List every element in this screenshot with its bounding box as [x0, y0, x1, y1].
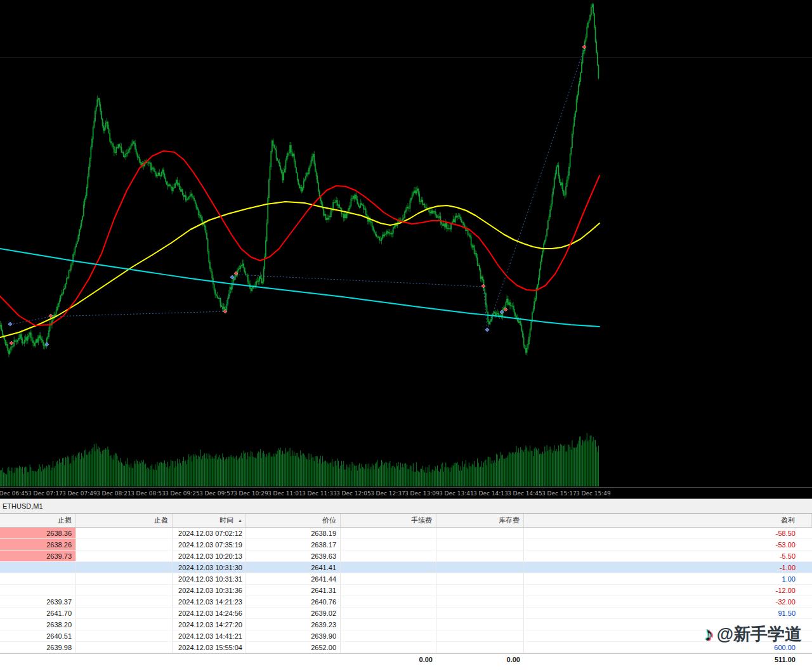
- summary-commission-total: 0.00: [341, 654, 436, 665]
- cell-commission: [341, 539, 436, 550]
- time-axis-label: 3 Dec 15:17: [542, 490, 577, 497]
- header-time[interactable]: 时间 ▲: [173, 514, 246, 527]
- cell-stoploss: [0, 585, 76, 596]
- cell-swap: [436, 562, 524, 573]
- cell-stoploss: 2638.26: [0, 539, 76, 550]
- cell-swap: [436, 585, 524, 596]
- time-axis-label: 3 Dec 15:49: [576, 490, 611, 497]
- cell-takeprofit: [76, 528, 173, 538]
- cell-commission: [341, 630, 436, 641]
- cell-stoploss: 2639.73: [0, 550, 76, 561]
- cell-takeprofit: [76, 619, 173, 630]
- cell-profit: 1.00: [524, 573, 812, 584]
- cell-stoploss: 2638.36: [0, 528, 76, 538]
- cell-time: 2024.12.03 10:31:36: [173, 585, 246, 596]
- cell-swap: [436, 619, 524, 630]
- header-price[interactable]: 价位: [246, 514, 341, 527]
- cell-commission: [341, 562, 436, 573]
- trade-marker-icon[interactable]: [8, 322, 12, 326]
- trade-marker-icon[interactable]: [49, 314, 53, 318]
- cell-time: 2024.12.03 14:21:23: [173, 596, 246, 607]
- cell-swap: [436, 539, 524, 550]
- cell-time: 2024.12.03 14:41:21: [173, 630, 246, 641]
- cell-commission: [341, 619, 436, 630]
- chart-symbol-label: ETHUSD,M1: [3, 502, 43, 510]
- table-row[interactable]: 2638.362024.12.03 07:02:122638.19-58.50: [0, 528, 812, 539]
- time-axis-label: 3 Dec 08:21: [96, 490, 131, 497]
- time-axis-label: 3 Dec 10:29: [233, 490, 268, 497]
- table-row[interactable]: 2641.702024.12.03 14:24:562639.0291.50: [0, 608, 812, 619]
- ma-cyan-line: [0, 249, 599, 327]
- time-axis-label: 3 Dec 09:57: [199, 490, 234, 497]
- cell-profit: 600.00: [524, 642, 812, 653]
- header-profit[interactable]: 盈利: [524, 514, 812, 527]
- time-axis-label: 3 Dec 06:45: [0, 490, 29, 497]
- cell-takeprofit: [76, 539, 173, 550]
- table-row[interactable]: 2638.262024.12.03 07:35:192638.17-53.00: [0, 539, 812, 550]
- time-axis-label: 3 Dec 09:25: [165, 490, 200, 497]
- header-swap[interactable]: 库存费: [436, 514, 524, 527]
- table-row[interactable]: 2024.12.03 10:31:302641.41-1.00: [0, 562, 812, 573]
- trade-trend-line[interactable]: [51, 311, 225, 316]
- table-row[interactable]: 2638.202024.12.03 14:27:202639.23: [0, 619, 812, 630]
- table-row[interactable]: 2640.512024.12.03 14:41:212639.90: [0, 630, 812, 642]
- cell-profit: -32.00: [524, 596, 812, 607]
- cell-swap: [436, 608, 524, 618]
- trade-trend-line[interactable]: [487, 48, 584, 330]
- summary-empty: [0, 654, 76, 665]
- volume-bars: [1, 433, 599, 486]
- header-time-label: 时间: [219, 516, 233, 525]
- history-panel: 止损 止盈 时间 ▲ 价位 手续费 库存费 盈利 2638.362024.12.…: [0, 514, 812, 665]
- cell-takeprofit: [76, 596, 173, 607]
- table-row[interactable]: 2639.732024.12.03 10:20:132639.63-5.50: [0, 550, 812, 562]
- cell-price: 2652.00: [246, 642, 341, 653]
- cell-time: 2024.12.03 10:31:30: [173, 562, 246, 573]
- cell-time: 2024.12.03 14:27:20: [173, 619, 246, 630]
- trade-trend-line[interactable]: [10, 316, 51, 325]
- price-chart-svg[interactable]: 3 Dec 06:453 Dec 07:173 Dec 07:493 Dec 0…: [0, 0, 812, 498]
- time-axis-label: 3 Dec 07:17: [28, 490, 63, 497]
- cell-time: 2024.12.03 07:02:12: [173, 528, 246, 538]
- cell-commission: [341, 642, 436, 653]
- cell-stoploss: 2639.37: [0, 596, 76, 607]
- summary-swap-total: 0.00: [436, 654, 524, 665]
- cell-stoploss: [0, 562, 76, 573]
- summary-empty: [173, 654, 246, 665]
- table-row[interactable]: 2639.372024.12.03 14:21:232640.76-32.00: [0, 596, 812, 608]
- chart-area[interactable]: 3 Dec 06:453 Dec 07:173 Dec 07:493 Dec 0…: [0, 0, 812, 498]
- cell-profit: 91.50: [524, 608, 812, 618]
- table-row[interactable]: 2024.12.03 10:31:312641.441.00: [0, 573, 812, 585]
- cell-stoploss: [0, 573, 76, 584]
- cell-commission: [341, 573, 436, 584]
- cell-swap: [436, 642, 524, 653]
- table-row[interactable]: 2024.12.03 10:31:362641.31-12.00: [0, 585, 812, 596]
- time-axis-label: 3 Dec 11:33: [302, 490, 337, 497]
- cell-commission: [341, 550, 436, 561]
- trade-marker-icon[interactable]: [485, 328, 489, 332]
- trade-marker-icon[interactable]: [582, 45, 586, 49]
- header-commission[interactable]: 手续费: [341, 514, 436, 527]
- header-takeprofit[interactable]: 止盈: [76, 514, 173, 527]
- cell-takeprofit: [76, 608, 173, 618]
- sort-ascending-icon: ▲: [238, 518, 242, 523]
- cell-price: 2641.44: [246, 573, 341, 584]
- cell-takeprofit: [76, 630, 173, 641]
- chart-symbol-tab[interactable]: ETHUSD,M1: [0, 498, 812, 514]
- cell-swap: [436, 528, 524, 538]
- cell-price: 2640.76: [246, 596, 341, 607]
- cell-swap: [436, 630, 524, 641]
- cell-time: 2024.12.03 10:31:31: [173, 573, 246, 584]
- cell-takeprofit: [76, 573, 173, 584]
- table-row[interactable]: 2639.982024.12.03 15:55:042652.00600.00: [0, 642, 812, 653]
- header-stoploss[interactable]: 止损: [0, 514, 76, 527]
- cell-commission: [341, 528, 436, 538]
- cell-time: 2024.12.03 07:35:19: [173, 539, 246, 550]
- cell-price: 2638.17: [246, 539, 341, 550]
- summary-profit-total: 511.00: [524, 654, 812, 665]
- summary-empty: [76, 654, 173, 665]
- time-axis-label: 3 Dec 12:05: [336, 490, 371, 497]
- cell-profit: -5.50: [524, 550, 812, 561]
- cell-price: 2639.02: [246, 608, 341, 618]
- time-axis-label: 3 Dec 14:13: [473, 490, 508, 497]
- trade-trend-line[interactable]: [235, 275, 483, 287]
